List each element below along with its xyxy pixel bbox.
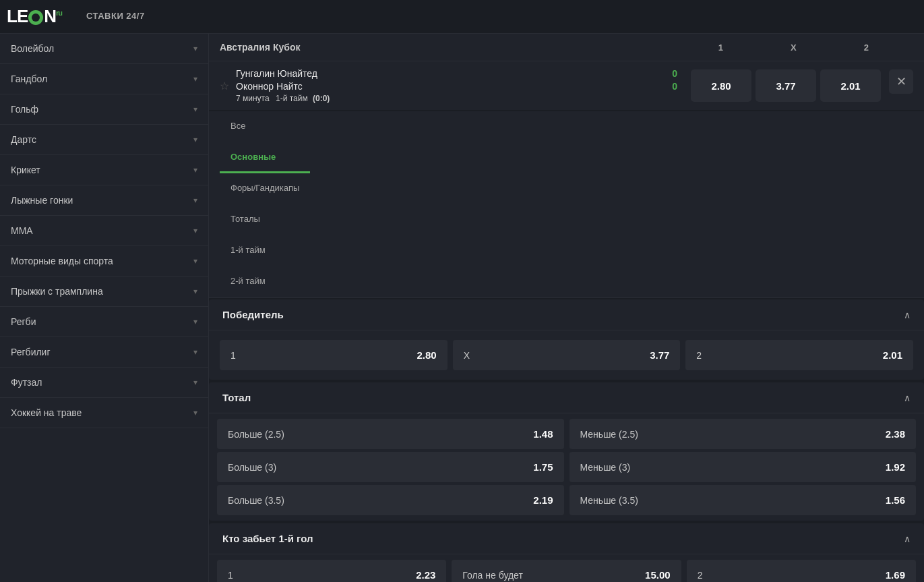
first-goal-title: Кто забьет 1-й гол — [222, 533, 313, 544]
total-row-2: Больше (3.5)2.19Меньше (3.5)1.56 — [214, 485, 919, 515]
match-time-period: 1-й тайм — [276, 94, 308, 103]
sidebar-label-cricket: Крикет — [11, 165, 40, 175]
sidebar-item-rugbylig[interactable]: Регбилиг▾ — [0, 337, 208, 368]
total-section-header[interactable]: Тотал ∧ — [209, 382, 924, 413]
match-oddx-button[interactable]: 3.77 — [756, 69, 816, 102]
match-close-button[interactable]: ✕ — [889, 69, 913, 94]
sidebar-item-darts[interactable]: Дартс▾ — [0, 125, 208, 155]
first-goal-options: 12.23Гола не будет15.0021.69 — [209, 554, 924, 582]
total-label-1-0: Больше (3) — [228, 462, 276, 473]
winner-section-header[interactable]: Победитель ∧ — [209, 299, 924, 330]
sidebar-item-rugby[interactable]: Регби▾ — [0, 307, 208, 337]
chevron-down-icon: ▾ — [193, 256, 197, 266]
sidebar-item-cricket[interactable]: Крикет▾ — [0, 155, 208, 185]
sidebar-item-mma[interactable]: MMA▾ — [0, 216, 208, 246]
main-layout: Волейбол▾Гандбол▾Гольф▾Дартс▾Крикет▾Лыжн… — [0, 34, 924, 582]
sidebar-label-rugbylig: Регбилиг — [11, 347, 51, 357]
sidebar-item-hockey_grass[interactable]: Хоккей на траве▾ — [0, 398, 208, 428]
sidebar-item-motorsport[interactable]: Моторные виды спорта▾ — [0, 246, 208, 277]
favorite-star-icon[interactable]: ☆ — [220, 80, 229, 92]
total-odd-0-0: 1.48 — [533, 428, 553, 440]
sidebar-label-hockey_grass: Хоккей на траве — [11, 407, 82, 418]
first-goal-option-label-1: Гола не будет — [462, 570, 523, 581]
logo-text-before: LE — [7, 6, 28, 26]
logo-text: LENru — [7, 6, 62, 27]
match-league-row: Австралия Кубок 1 X 2 — [209, 34, 924, 61]
sidebar-label-trampoline: Прыжки с трамплина — [11, 286, 103, 297]
chevron-down-icon: ▾ — [193, 105, 197, 114]
total-section: Тотал ∧ Больше (2.5)1.48Меньше (2.5)2.38… — [209, 382, 924, 521]
total-cell-0-1[interactable]: Меньше (2.5)2.38 — [569, 419, 917, 449]
league-colx: X — [791, 42, 797, 53]
match-time: 7 минута 1-й тайм (0:0) — [236, 94, 677, 103]
chevron-down-icon: ▾ — [193, 196, 197, 205]
total-row-1: Больше (3)1.75Меньше (3)1.92 — [214, 452, 919, 482]
first-goal-option-1[interactable]: Гола не будет15.00 — [452, 560, 681, 582]
logo-o-icon — [28, 10, 43, 25]
match-tabs: ВсеОсновныеФоры/ГандикапыТоталы1-й тайм2… — [209, 111, 924, 298]
first-goal-option-0[interactable]: 12.23 — [217, 560, 446, 582]
top-nav: LENru ТОПЛАЙБЛИНИЯСТАВКИ 24/7КИБЕРФУТБОЛ… — [0, 0, 924, 34]
tab-main[interactable]: Основные — [220, 142, 310, 173]
chevron-down-icon: ▾ — [193, 408, 197, 417]
total-odd-0-1: 2.38 — [886, 428, 905, 440]
sidebar-item-futsal[interactable]: Футзал▾ — [0, 368, 208, 398]
first-goal-option-2[interactable]: 21.69 — [687, 560, 916, 582]
tabs-container: ВсеОсновныеФоры/ГандикапыТоталы1-й тайм2… — [220, 111, 313, 297]
total-label-0-1: Меньше (2.5) — [580, 429, 638, 440]
match-league-cols: 1 X 2 — [718, 42, 869, 53]
first-goal-section-header[interactable]: Кто забьет 1-й гол ∧ — [209, 523, 924, 554]
chevron-down-icon: ▾ — [193, 378, 197, 387]
total-odd-1-1: 1.92 — [886, 461, 905, 473]
total-cell-0-0[interactable]: Больше (2.5)1.48 — [217, 419, 564, 449]
total-cell-2-1[interactable]: Меньше (3.5)1.56 — [569, 485, 917, 515]
match-time-score: (0:0) — [313, 94, 330, 103]
sidebar-label-futsal: Футзал — [11, 377, 42, 388]
tab-secondhalf[interactable]: 2-й тайм — [220, 266, 310, 297]
match-odd1-button[interactable]: 2.80 — [691, 69, 751, 102]
winner-section: Победитель ∧ 12.80X3.7722.01 — [209, 299, 924, 380]
sidebar-label-golf: Гольф — [11, 104, 38, 115]
chevron-down-icon: ▾ — [193, 135, 197, 144]
sidebar-item-skiing[interactable]: Лыжные гонки▾ — [0, 185, 208, 216]
nav-item-bets24[interactable]: СТАВКИ 24/7 — [75, 0, 167, 34]
content: Австралия Кубок 1 X 2 ☆ Гунгалин Юнайтед… — [209, 34, 924, 582]
total-cell-1-0[interactable]: Больше (3)1.75 — [217, 452, 564, 482]
match-team-1: Гунгалин Юнайтед 0 — [236, 68, 677, 79]
tab-handicaps[interactable]: Форы/Гандикапы — [220, 173, 310, 204]
match-teams: Гунгалин Юнайтед 0 Оконнор Найтс 0 7 мин… — [236, 68, 677, 103]
sidebar-label-volleyball: Волейбол — [11, 43, 54, 54]
winner-option-label-0: 1 — [230, 350, 236, 361]
winner-options-row: 12.80X3.7722.01 — [209, 330, 924, 380]
chevron-down-icon: ▾ — [193, 74, 197, 84]
match-row: ☆ Гунгалин Юнайтед 0 Оконнор Найтс 0 7 м… — [209, 61, 924, 110]
chevron-down-icon: ▾ — [193, 226, 197, 235]
first-goal-option-label-0: 1 — [228, 570, 233, 581]
sidebar-item-volleyball[interactable]: Волейбол▾ — [0, 34, 208, 64]
first-goal-section: Кто забьет 1-й гол ∧ 12.23Гола не будет1… — [209, 523, 924, 582]
total-label-2-0: Больше (3.5) — [228, 495, 284, 506]
league-col2: 2 — [864, 42, 869, 53]
sidebar: Волейбол▾Гандбол▾Гольф▾Дартс▾Крикет▾Лыжн… — [0, 34, 209, 582]
total-cell-1-1[interactable]: Меньше (3)1.92 — [569, 452, 917, 482]
sidebar-item-handball[interactable]: Гандбол▾ — [0, 64, 208, 94]
winner-option-odd-2: 2.01 — [883, 349, 902, 361]
winner-option-label-1: X — [464, 350, 470, 361]
chevron-down-icon: ▾ — [193, 347, 197, 357]
winner-option-0[interactable]: 12.80 — [220, 340, 448, 370]
sidebar-item-golf[interactable]: Гольф▾ — [0, 94, 208, 125]
sidebar-label-handball: Гандбол — [11, 74, 47, 84]
winner-option-2[interactable]: 22.01 — [685, 340, 913, 370]
tab-all[interactable]: Все — [220, 111, 310, 142]
winner-option-1[interactable]: X3.77 — [453, 340, 681, 370]
winner-option-odd-1: 3.77 — [650, 349, 669, 361]
first-goal-collapse-icon: ∧ — [904, 533, 911, 544]
tab-totals[interactable]: Тоталы — [220, 204, 310, 235]
sidebar-label-skiing: Лыжные гонки — [11, 195, 73, 206]
sidebar-item-trampoline[interactable]: Прыжки с трамплина▾ — [0, 277, 208, 307]
total-cell-2-0[interactable]: Больше (3.5)2.19 — [217, 485, 564, 515]
first-goal-option-label-2: 2 — [698, 570, 703, 581]
match-odd2-button[interactable]: 2.01 — [820, 69, 881, 102]
tab-firsthalf[interactable]: 1-й тайм — [220, 235, 310, 266]
logo[interactable]: LENru — [7, 6, 62, 27]
